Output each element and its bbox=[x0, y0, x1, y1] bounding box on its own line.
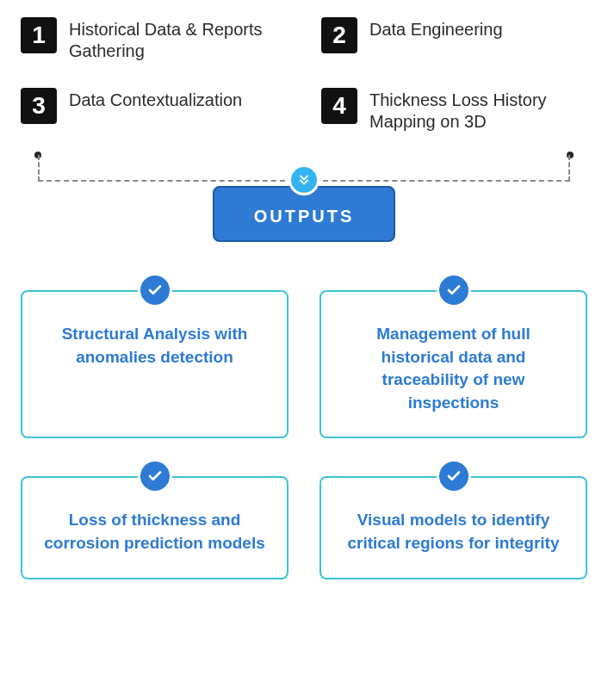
output-text: Structural Analysis with anomalies detec… bbox=[41, 323, 268, 369]
check-icon bbox=[138, 273, 172, 307]
outputs-grid: Structural Analysis with anomalies detec… bbox=[21, 290, 587, 579]
output-card: Management of hull historical data and t… bbox=[320, 290, 587, 438]
step-1: 1 Historical Data & Reports Gathering bbox=[21, 17, 287, 62]
check-icon bbox=[138, 459, 172, 493]
step-number-badge: 4 bbox=[321, 88, 357, 124]
connector-line bbox=[38, 155, 40, 182]
output-card: Loss of thickness and corrosion predicti… bbox=[21, 476, 288, 579]
outputs-heading-wrap: OUTPUTS bbox=[21, 186, 587, 242]
step-number-badge: 1 bbox=[21, 17, 57, 53]
step-2: 2 Data Engineering bbox=[321, 17, 587, 62]
output-card: Structural Analysis with anomalies detec… bbox=[21, 290, 288, 438]
step-label: Data Engineering bbox=[369, 17, 503, 40]
output-text: Management of hull historical data and t… bbox=[340, 323, 567, 414]
outputs-heading-text: OUTPUTS bbox=[254, 207, 355, 226]
output-text: Loss of thickness and corrosion predicti… bbox=[41, 509, 268, 554]
check-icon bbox=[437, 459, 471, 493]
step-label: Historical Data & Reports Gathering bbox=[69, 17, 287, 62]
step-label: Thickness Loss History Mapping on 3D bbox=[369, 88, 587, 133]
step-label: Data Contextualization bbox=[69, 88, 242, 111]
double-chevron-down-icon bbox=[288, 164, 320, 195]
check-icon bbox=[437, 273, 471, 307]
step-3: 3 Data Contextualization bbox=[21, 88, 287, 133]
step-number-badge: 3 bbox=[21, 88, 57, 124]
output-card: Visual models to identify critical regio… bbox=[320, 476, 587, 579]
step-number-badge: 2 bbox=[321, 17, 357, 53]
connector-line bbox=[568, 155, 570, 182]
outputs-heading: OUTPUTS bbox=[213, 186, 396, 242]
output-text: Visual models to identify critical regio… bbox=[340, 509, 567, 554]
steps-grid: 1 Historical Data & Reports Gathering 2 … bbox=[21, 17, 587, 133]
step-4: 4 Thickness Loss History Mapping on 3D bbox=[321, 88, 587, 133]
